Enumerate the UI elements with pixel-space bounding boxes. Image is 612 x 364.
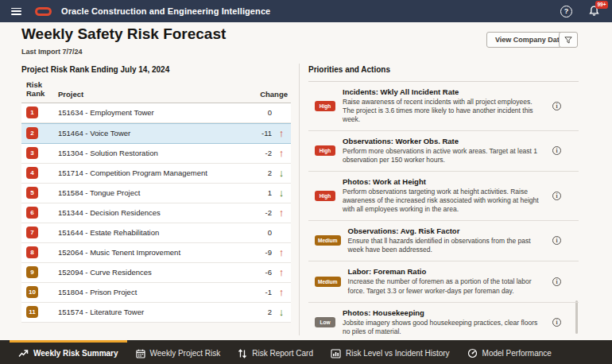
priority-title: Photos: Housekeeping xyxy=(343,308,541,317)
panel-divider xyxy=(299,64,300,335)
project-name: 151344 - Decision Residences xyxy=(58,208,243,217)
table-row[interactable]: 10 151804 - Prison Project -1 ↑ xyxy=(21,283,291,303)
priority-title: Observations: Worker Obs. Rate xyxy=(343,137,541,145)
rank-cell: 7 xyxy=(21,227,58,238)
change-value: 0 xyxy=(243,228,272,237)
rank-badge: 11 xyxy=(26,306,38,318)
project-name: 152064 - Music Tenent Improvement xyxy=(58,248,243,257)
notification-count-badge: 99+ xyxy=(595,1,608,9)
column-header-project: Project xyxy=(58,90,243,99)
priority-item: Medium Observations: Avg. Risk Factor En… xyxy=(308,221,579,261)
change-arrow-icon: ↑ xyxy=(272,247,291,258)
priority-level-badge: Medium xyxy=(315,235,341,246)
project-name: 151634 - Employment Tower xyxy=(58,108,243,117)
tab-model-performance[interactable]: Model Performance xyxy=(459,340,560,364)
filter-button[interactable] xyxy=(559,32,578,48)
change-value: -2 xyxy=(243,149,272,157)
change-value: 2 xyxy=(243,168,272,177)
info-icon[interactable]: i xyxy=(552,102,561,110)
table-row[interactable]: 4 151714 - Competition Program Managemen… xyxy=(21,164,291,184)
rank-cell: 3 xyxy=(21,147,58,159)
tab-risk-level-vs-incident-history[interactable]: Risk Level vs Incident History xyxy=(322,340,459,364)
priority-text: Photos: Housekeeping Jobsite imagery sho… xyxy=(343,308,541,336)
rank-cell: 8 xyxy=(21,246,58,258)
priority-item: High Incidents: Wkly All Incident Rate R… xyxy=(308,82,579,131)
change-arrow-icon: ↑ xyxy=(272,267,291,277)
priority-item: Low Photos: Housekeeping Jobsite imagery… xyxy=(308,303,579,340)
priority-text: Labor: Foreman Ratio Increase the number… xyxy=(348,267,547,295)
change-arrow-icon: ↓ xyxy=(272,188,291,198)
filter-funnel-icon xyxy=(564,36,572,45)
menu-icon[interactable] xyxy=(11,8,21,15)
change-value: 0 xyxy=(243,108,272,117)
info-icon[interactable]: i xyxy=(552,192,561,200)
info-icon[interactable]: i xyxy=(552,277,561,286)
tab-weekly-project-risk[interactable]: Weekly Project Risk xyxy=(127,340,230,364)
tab-weekly-risk-summary[interactable]: Weekly Risk Summary xyxy=(10,340,127,364)
info-icon[interactable]: i xyxy=(552,318,561,327)
project-name: 151464 - Voice Tower xyxy=(58,129,243,137)
table-row[interactable]: 5 151584 - Tongue Project 1 ↓ xyxy=(21,184,291,203)
priorities-and-actions-panel: Priorities and Actions High Incidents: W… xyxy=(308,65,579,340)
priority-item: Medium Labor: Foreman Ratio Increase the… xyxy=(308,261,579,302)
notifications-button[interactable]: 99+ xyxy=(588,5,601,17)
help-icon[interactable]: ? xyxy=(560,6,572,17)
column-header-change: Change xyxy=(243,90,291,99)
rank-cell: 6 xyxy=(21,207,58,219)
project-risk-rank-panel: Project Risk Rank Ending July 14, 2024 R… xyxy=(21,65,291,323)
change-arrow-icon: ↓ xyxy=(272,168,291,178)
rank-cell: 2 xyxy=(21,127,58,139)
priority-text: Observations: Worker Obs. Rate Perform m… xyxy=(343,137,541,165)
trend-up-icon xyxy=(18,349,29,358)
calendar-icon xyxy=(136,349,145,358)
rank-badge: 3 xyxy=(26,147,38,159)
priority-level-badge: High xyxy=(315,145,335,156)
change-value: -11 xyxy=(243,129,272,137)
priorities-title: Priorities and Actions xyxy=(308,65,579,74)
tab-risk-report-card[interactable]: Risk Report Card xyxy=(229,340,322,364)
table-row[interactable]: 6 151344 - Decision Residences -2 ↑ xyxy=(21,203,291,223)
priority-description: Raise awareness of recent incidents with… xyxy=(343,98,541,124)
table-row[interactable]: 8 152064 - Music Tenent Improvement -9 ↑ xyxy=(21,243,291,263)
change-arrow-icon: ↑ xyxy=(272,148,291,158)
rank-badge: 10 xyxy=(26,286,38,298)
tab-label: Weekly Risk Summary xyxy=(33,349,118,358)
change-value: -1 xyxy=(243,288,272,296)
project-name: 151714 - Competition Program Management xyxy=(58,168,243,177)
rank-cell: 9 xyxy=(21,266,58,278)
table-row[interactable]: 2 151464 - Voice Tower -11 ↑ xyxy=(21,123,291,144)
change-value: -2 xyxy=(243,208,272,217)
project-name: 151304 - Solution Restoration xyxy=(58,149,243,157)
rank-badge: 8 xyxy=(26,246,38,258)
bottom-tab-bar: Weekly Risk Summary Weekly Project Risk … xyxy=(0,340,612,364)
priorities-list: High Incidents: Wkly All Incident Rate R… xyxy=(308,82,579,340)
rank-cell: 1 xyxy=(21,106,58,118)
table-row[interactable]: 1 151634 - Employment Tower 0 xyxy=(21,103,291,123)
change-arrow-icon: ↑ xyxy=(272,128,291,138)
table-row[interactable]: 11 151574 - Literature Tower 2 ↓ xyxy=(21,303,291,323)
table-row[interactable]: 7 151644 - Estate Rehabilitation 0 xyxy=(21,223,291,243)
info-icon[interactable]: i xyxy=(552,146,561,155)
bar-chart-icon xyxy=(331,349,341,358)
priority-level-badge: Low xyxy=(315,317,335,327)
priority-description: Increase the number of foremen as a port… xyxy=(348,277,547,295)
table-header: Risk Rank Project Change xyxy=(21,81,291,103)
priority-description: Perform more observations in active work… xyxy=(343,147,541,165)
project-name: 152094 - Curve Residences xyxy=(58,268,243,277)
table-body: 1 151634 - Employment Tower 0 2 151464 -… xyxy=(21,103,291,323)
priority-title: Observations: Avg. Risk Factor xyxy=(348,227,547,235)
tab-label: Risk Report Card xyxy=(252,349,313,358)
up-down-arrows-icon xyxy=(238,349,247,358)
rank-cell: 5 xyxy=(21,187,58,199)
tab-label: Risk Level vs Incident History xyxy=(346,349,450,358)
priority-level-badge: High xyxy=(315,191,335,201)
rank-badge: 7 xyxy=(26,227,38,238)
priority-title: Incidents: Wkly All Incident Rate xyxy=(343,87,541,96)
table-row[interactable]: 9 152094 - Curve Residences -6 ↑ xyxy=(21,263,291,283)
priority-text: Observations: Avg. Risk Factor Ensure th… xyxy=(348,227,547,254)
priority-description: Ensure that ll hazards identified in obs… xyxy=(348,237,547,254)
project-name: 151574 - Literature Tower xyxy=(58,308,243,316)
info-icon[interactable]: i xyxy=(552,236,561,245)
priority-text: Photos: Work at Height Perform observati… xyxy=(343,177,541,214)
table-row[interactable]: 3 151304 - Solution Restoration -2 ↑ xyxy=(21,144,291,164)
